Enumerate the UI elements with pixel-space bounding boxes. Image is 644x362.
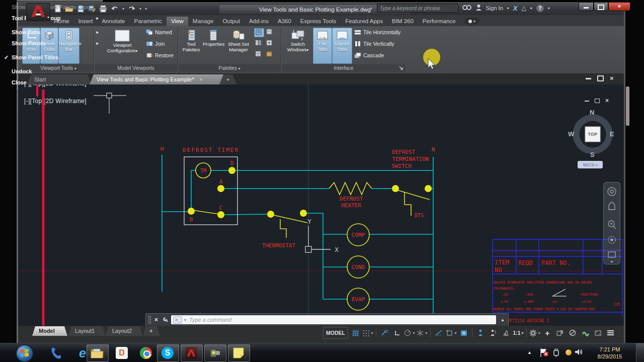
tab-a360[interactable]: A360	[273, 17, 296, 26]
sheet-set-manager-button[interactable]: Sheet Set Manager	[225, 28, 252, 63]
command-line[interactable]: × >_ ▾ ▲	[145, 313, 509, 326]
tile-horizontally-button[interactable]: Tile Horizontally	[354, 29, 400, 35]
workspace-switching-button[interactable]: ▾	[529, 327, 540, 338]
tab-parametric[interactable]: Parametric	[130, 17, 167, 26]
annotation-scale-value[interactable]: 1:1▾	[513, 327, 524, 338]
tray-app-icon[interactable]	[566, 349, 572, 355]
tab-performance[interactable]: Performance	[418, 17, 460, 26]
doc-close-icon[interactable]: ×	[610, 76, 614, 81]
grid-toggle[interactable]	[350, 327, 361, 338]
named-viewports-button[interactable]: Named	[146, 29, 172, 35]
palette-mini-5[interactable]	[254, 50, 263, 58]
palette-mini-6[interactable]	[265, 50, 274, 58]
maximize-button[interactable]	[594, 2, 608, 11]
ribbon-display-toggle[interactable]: ▾	[464, 18, 479, 25]
power-icon[interactable]	[552, 348, 560, 359]
cmd-expand-button[interactable]: ▲	[499, 315, 506, 324]
panel-launcher-icon[interactable]	[399, 66, 404, 70]
object-snap-tracking-toggle[interactable]	[433, 327, 444, 338]
inner-minimize-icon[interactable]	[585, 101, 589, 102]
inner-restore-icon[interactable]	[595, 99, 600, 103]
inner-close-icon[interactable]: ×	[605, 99, 609, 103]
object-snap-toggle[interactable]: ▾	[446, 327, 457, 338]
clean-screen-button[interactable]	[592, 327, 603, 338]
panel-title-interface[interactable]: Interface	[282, 64, 406, 72]
menu-item-tool-palette-group[interactable]: Tool Palette Group▸	[1, 13, 102, 24]
taskbar-app-phone[interactable]	[48, 346, 62, 360]
palette-mini-1[interactable]	[254, 28, 264, 37]
isolate-objects-button[interactable]	[567, 327, 578, 338]
drawing-canvas[interactable]: [-][Top][2D Wireframe] [-][Top][2D Wiref…	[18, 84, 624, 326]
doc-restore-icon[interactable]	[597, 75, 604, 81]
annotation-monitor-button[interactable]: +	[542, 327, 553, 338]
palette-mini-2[interactable]	[265, 28, 274, 36]
help-icon[interactable]: ?	[536, 5, 544, 12]
action-center-icon[interactable]	[539, 347, 548, 359]
cmd-grip[interactable]	[148, 315, 151, 324]
menu-item-show-panels[interactable]: Show Panels▸	[1, 38, 102, 49]
cmd-recent-caret-icon[interactable]: ▾	[184, 318, 186, 322]
command-input-field[interactable]: >_ ▾	[171, 315, 496, 324]
menu-item-show-related[interactable]: Show Related Tool Palette Group	[1, 2, 102, 13]
tab-featured-apps[interactable]: Featured Apps	[341, 17, 387, 26]
tab-manage[interactable]: Manage	[188, 17, 218, 26]
help-caret-icon[interactable]: ▾	[548, 6, 550, 11]
layout1-tab[interactable]: Layout1	[68, 326, 106, 336]
transparency-toggle[interactable]	[458, 327, 469, 338]
sign-in-button[interactable]: Sign In	[486, 5, 503, 11]
file-tab-document[interactable]: View Tools and Basic Plotting Example* ×	[90, 74, 229, 84]
annotation-visibility-toggle[interactable]	[475, 327, 486, 338]
volume-icon[interactable]	[574, 348, 583, 358]
show-desktop-button[interactable]	[636, 343, 644, 362]
minimize-button[interactable]	[579, 2, 594, 11]
a360-caret-icon[interactable]: ▾	[530, 6, 532, 11]
redo-caret-icon[interactable]: ▾	[139, 7, 141, 11]
cmd-close-icon[interactable]: ×	[154, 316, 158, 323]
file-tabs-toggle[interactable]: File Tabs	[313, 28, 332, 64]
tile-vertically-button[interactable]: Tile Vertically	[354, 41, 394, 47]
menu-item-show-panel-titles[interactable]: ✓Show Panel Titles	[1, 52, 102, 63]
polar-tracking-toggle[interactable]: ▾	[404, 327, 415, 338]
infocenter-collapse-icon[interactable]: ▸	[370, 6, 373, 11]
command-input[interactable]	[188, 316, 494, 323]
tab-addins[interactable]: Add-ins	[245, 17, 273, 26]
search-icon[interactable]	[462, 4, 471, 12]
graphics-performance-button[interactable]	[580, 327, 591, 338]
viewport-configuration-button[interactable]: Viewport Configuration▾	[101, 28, 144, 63]
undo-caret-icon[interactable]: ▾	[122, 7, 124, 11]
tab-output[interactable]: Output	[218, 17, 245, 26]
viewcube-north[interactable]: N	[590, 109, 594, 116]
units-button[interactable]	[554, 327, 566, 338]
navigation-bar[interactable]	[603, 182, 620, 264]
model-space-button[interactable]: MODEL	[323, 327, 348, 339]
doc-minimize-icon[interactable]	[586, 78, 591, 79]
tab-bim360[interactable]: BIM 360	[387, 17, 418, 26]
redo-icon[interactable]	[128, 5, 136, 12]
join-viewports-button[interactable]: Join	[146, 41, 165, 47]
panel-title-palettes[interactable]: Palettes ▾	[179, 64, 280, 72]
panel-title-model-viewports[interactable]: Model Viewports	[95, 64, 177, 72]
undo-icon[interactable]	[111, 5, 119, 12]
tray-expand-icon[interactable]: ▲	[527, 350, 532, 355]
start-button[interactable]	[16, 345, 33, 362]
taskbar-app-autocad[interactable]	[184, 346, 198, 360]
taskbar-app-chrome[interactable]	[139, 346, 153, 360]
viewcube-east[interactable]: E	[610, 130, 614, 138]
viewcube-west[interactable]: W	[568, 130, 574, 138]
palette-mini-3[interactable]	[254, 39, 263, 47]
viewcube-south[interactable]: S	[590, 151, 595, 158]
layout2-tab[interactable]: Layout2	[106, 326, 143, 336]
viewcube[interactable]: N S W E TOP	[570, 111, 616, 159]
exchange-apps-icon[interactable]: X	[513, 5, 518, 12]
customization-menu-button[interactable]	[605, 327, 616, 338]
dynamic-input-toggle[interactable]	[379, 327, 390, 338]
model-tab[interactable]: Model	[32, 326, 67, 336]
tool-palettes-button[interactable]: Tool Palettes	[181, 28, 202, 63]
tab-view[interactable]: View	[167, 17, 188, 26]
app-menu-button[interactable]: ▾	[26, 3, 50, 21]
isometric-drafting-toggle[interactable]: ▾	[417, 327, 428, 338]
autoscale-toggle[interactable]	[488, 327, 499, 338]
taskbar-app-explorer[interactable]	[90, 346, 104, 360]
cmd-prompt-icon[interactable]: >_	[173, 316, 182, 324]
tab-express-tools[interactable]: Express Tools	[296, 17, 341, 26]
